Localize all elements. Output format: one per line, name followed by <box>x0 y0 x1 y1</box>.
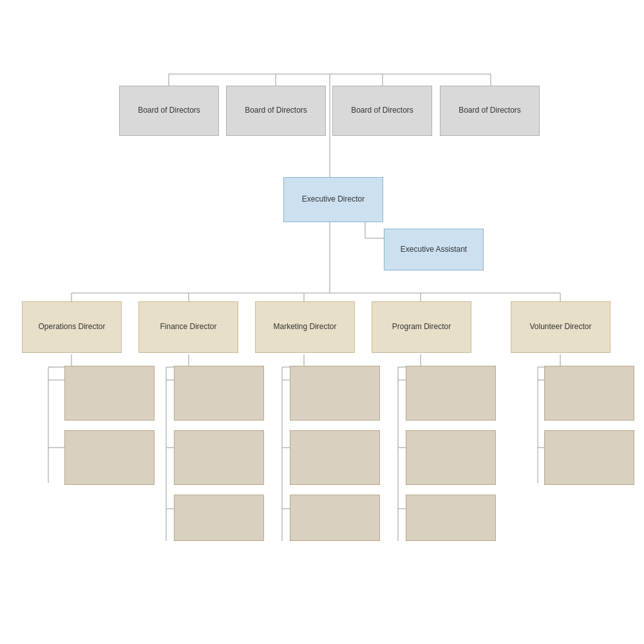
executive-assistant-node[interactable]: Executive Assistant <box>384 229 484 270</box>
board-node-4[interactable]: Board of Directors <box>440 86 540 136</box>
board-node-1[interactable]: Board of Directors <box>119 86 219 136</box>
program-director-node[interactable]: Program Director <box>372 301 471 353</box>
program-sub-3 <box>406 495 496 541</box>
program-sub-1 <box>406 366 496 421</box>
operations-sub-2 <box>64 430 155 485</box>
program-sub-2 <box>406 430 496 485</box>
executive-director-node[interactable]: Executive Director <box>283 177 383 222</box>
operations-director-node[interactable]: Operations Director <box>22 301 122 353</box>
finance-sub-3 <box>174 495 264 541</box>
finance-sub-2 <box>174 430 264 485</box>
marketing-sub-3 <box>290 495 380 541</box>
marketing-sub-1 <box>290 366 380 421</box>
finance-sub-1 <box>174 366 264 421</box>
marketing-sub-2 <box>290 430 380 485</box>
volunteer-sub-1 <box>544 366 634 421</box>
marketing-director-node[interactable]: Marketing Director <box>255 301 355 353</box>
org-chart: Board of Directors Board of Directors Bo… <box>0 0 644 644</box>
board-node-2[interactable]: Board of Directors <box>226 86 326 136</box>
operations-sub-1 <box>64 366 155 421</box>
volunteer-sub-2 <box>544 430 634 485</box>
board-node-3[interactable]: Board of Directors <box>332 86 432 136</box>
volunteer-director-node[interactable]: Volunteer Director <box>511 301 611 353</box>
finance-director-node[interactable]: Finance Director <box>138 301 238 353</box>
